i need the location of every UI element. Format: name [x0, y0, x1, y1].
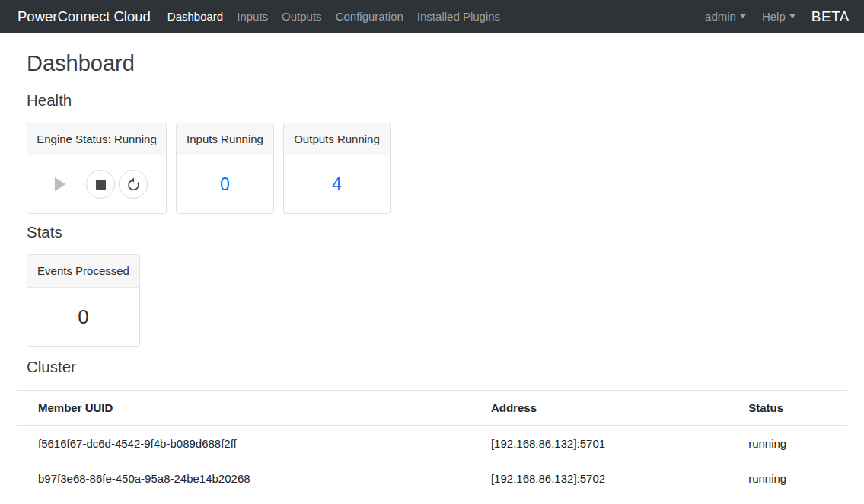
main-nav: Dashboard Inputs Outputs Configuration I… — [167, 10, 514, 23]
beta-badge: BETA — [811, 8, 850, 25]
top-navbar: PowerConnect Cloud Dashboard Inputs Outp… — [0, 0, 864, 33]
admin-dropdown[interactable]: admin — [705, 10, 746, 23]
main-content: Dashboard Health Engine Status: Running — [0, 50, 864, 496]
nav-item-dashboard[interactable]: Dashboard — [167, 10, 223, 23]
nav-item-outputs[interactable]: Outputs — [282, 10, 322, 23]
start-engine-button[interactable] — [46, 170, 75, 199]
column-header-address: Address — [482, 390, 739, 426]
cluster-heading: Cluster — [27, 358, 847, 377]
table-row: b97f3e68-86fe-450a-95a8-24be14b20268 [19… — [17, 461, 847, 496]
help-dropdown-label: Help — [762, 10, 786, 23]
stop-icon — [96, 180, 106, 190]
cluster-table-header-row: Member UUID Address Status — [17, 390, 847, 426]
events-processed-value: 0 — [78, 307, 88, 327]
engine-status-card: Engine Status: Running — [27, 123, 167, 214]
inputs-running-card-title: Inputs Running — [177, 123, 273, 155]
caret-down-icon — [740, 14, 746, 18]
page-title: Dashboard — [27, 50, 847, 77]
member-uuid-cell: f5616f67-dc6d-4542-9f4b-b089d688f2ff — [17, 426, 482, 461]
cluster-table: Member UUID Address Status f5616f67-dc6d… — [17, 390, 847, 496]
stop-engine-button[interactable] — [86, 170, 115, 199]
play-icon — [55, 177, 65, 191]
navbar-right: admin Help BETA — [705, 8, 850, 25]
address-cell: [192.168.86.132]:5702 — [482, 461, 739, 496]
stats-card-row: Events Processed 0 — [27, 254, 847, 347]
caret-down-icon — [789, 14, 795, 18]
inputs-running-card: Inputs Running 0 — [176, 123, 274, 214]
address-cell: [192.168.86.132]:5701 — [482, 426, 739, 461]
health-heading: Health — [27, 91, 847, 110]
restart-engine-button[interactable] — [119, 170, 148, 199]
health-card-row: Engine Status: Running — [27, 123, 847, 214]
nav-item-inputs[interactable]: Inputs — [237, 10, 268, 23]
restart-icon — [126, 177, 142, 193]
outputs-running-value: 4 — [332, 176, 342, 193]
column-header-status: Status — [739, 390, 847, 426]
events-processed-card: Events Processed 0 — [27, 254, 140, 347]
engine-status-card-body — [27, 155, 166, 213]
admin-dropdown-label: admin — [705, 10, 736, 23]
events-processed-card-title: Events Processed — [27, 255, 139, 288]
nav-item-installed-plugins[interactable]: Installed Plugins — [417, 10, 500, 23]
status-cell: running — [739, 461, 847, 496]
help-dropdown[interactable]: Help — [762, 10, 795, 23]
engine-status-card-title: Engine Status: Running — [27, 123, 166, 155]
outputs-running-card-title: Outputs Running — [284, 123, 390, 155]
member-uuid-cell: b97f3e68-86fe-450a-95a8-24be14b20268 — [17, 461, 482, 496]
column-header-member-uuid: Member UUID — [17, 390, 482, 426]
engine-button-group — [46, 170, 148, 199]
outputs-running-card: Outputs Running 4 — [283, 123, 391, 214]
table-row: f5616f67-dc6d-4542-9f4b-b089d688f2ff [19… — [17, 426, 847, 461]
nav-item-configuration[interactable]: Configuration — [336, 10, 403, 23]
status-cell: running — [739, 426, 847, 461]
inputs-running-value: 0 — [220, 176, 230, 193]
brand-title[interactable]: PowerConnect Cloud — [18, 8, 151, 25]
stats-heading: Stats — [27, 223, 847, 242]
